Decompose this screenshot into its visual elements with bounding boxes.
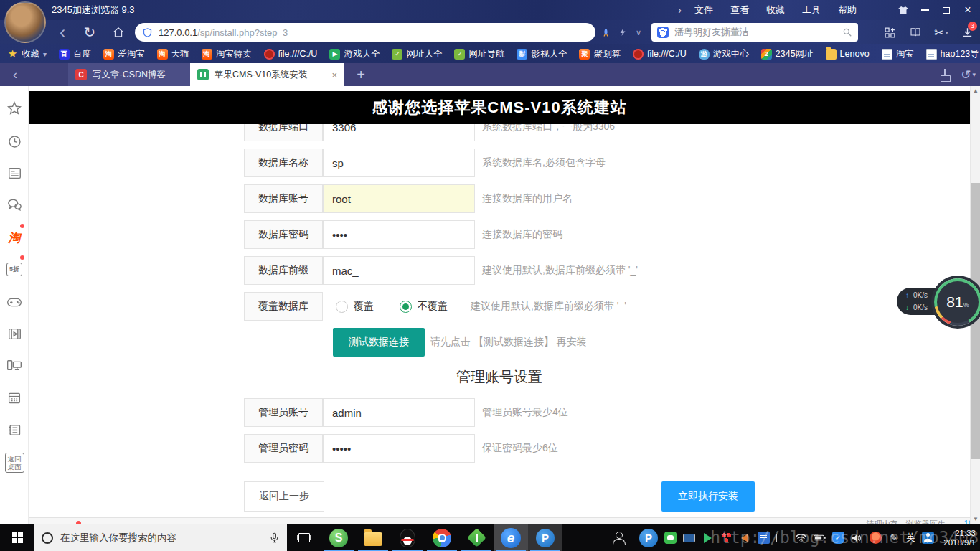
bookmark-item[interactable]: 百百度 bbox=[59, 48, 91, 60]
multi-window-button[interactable] bbox=[877, 20, 903, 44]
screenshot-dropdown-icon[interactable]: ▾ bbox=[946, 29, 948, 36]
search-box[interactable]: 潘粤明好友撕董洁 bbox=[651, 23, 858, 42]
menu-view[interactable]: 查看 bbox=[730, 4, 749, 17]
sidebar-wechat[interactable] bbox=[0, 192, 29, 217]
user-avatar[interactable] bbox=[4, 1, 46, 43]
app-green-tool[interactable] bbox=[459, 524, 494, 551]
menu-file[interactable]: 文件 bbox=[694, 4, 713, 17]
app-contact[interactable] bbox=[604, 524, 633, 551]
install-now-button[interactable]: 立即执行安装 bbox=[661, 481, 755, 512]
boost-dropdown[interactable]: ∨ bbox=[630, 20, 647, 44]
admin-password-input[interactable]: ••••• bbox=[323, 434, 475, 463]
back-step-button[interactable]: 返回上一步 bbox=[244, 481, 324, 512]
security-shield-tray-icon[interactable]: ✓ bbox=[832, 532, 844, 544]
taskbar-search[interactable]: 在这里输入你要搜索的内容 bbox=[34, 524, 287, 551]
memory-gauge[interactable]: 81 % bbox=[934, 278, 980, 326]
sidebar-games[interactable] bbox=[0, 290, 29, 314]
bookmark-item[interactable]: ✓网址大全 bbox=[392, 48, 442, 60]
address-bar[interactable]: 127.0.0.1/sp/install.php?step=3 bbox=[135, 23, 595, 42]
bookmark-item[interactable]: 淘宝 bbox=[882, 48, 914, 60]
radio-overwrite[interactable] bbox=[336, 301, 348, 313]
app-chrome[interactable] bbox=[425, 524, 459, 551]
sidebar-notes[interactable] bbox=[0, 418, 29, 442]
app-qq[interactable] bbox=[390, 524, 425, 551]
search-input[interactable]: 潘粤明好友撕董洁 bbox=[674, 26, 842, 39]
display-tray-icon[interactable] bbox=[776, 534, 788, 542]
volume-tray-icon[interactable] bbox=[851, 532, 863, 544]
cleaner-broom-icon[interactable] bbox=[939, 69, 951, 80]
screenshot-button[interactable]: ✂ ▾ bbox=[928, 20, 954, 44]
video-player-tray-icon[interactable] bbox=[702, 532, 714, 544]
minimize-button[interactable] bbox=[914, 0, 936, 20]
new-tab-button[interactable]: + bbox=[350, 63, 372, 86]
close-button[interactable]: × bbox=[957, 0, 979, 20]
db-prefix-input[interactable]: mac_ bbox=[323, 256, 475, 285]
reading-mode-button[interactable] bbox=[903, 20, 928, 44]
bookmark-item[interactable]: 淘爱淘宝 bbox=[103, 48, 145, 60]
start-button[interactable] bbox=[0, 524, 34, 551]
restore-tab-button[interactable]: ↺ ▾ bbox=[961, 67, 976, 83]
bookmark-item[interactable]: file:///C:/U bbox=[264, 49, 318, 60]
app-pp-popup[interactable]: P bbox=[633, 524, 664, 551]
radio-no-overwrite-selected[interactable] bbox=[400, 301, 412, 313]
bookmark-item[interactable]: ▶游戏大全 bbox=[329, 48, 380, 60]
radio-label[interactable]: 覆盖 bbox=[354, 300, 374, 313]
bookmarks-menu[interactable]: ★ 收藏 ▾ bbox=[7, 48, 47, 60]
zoom-level[interactable]: 100% bbox=[964, 519, 970, 524]
sidebar-news[interactable] bbox=[0, 161, 29, 185]
sidebar-calculator[interactable] bbox=[0, 386, 29, 410]
sidebar-favorites[interactable] bbox=[0, 96, 29, 121]
bookmark-item[interactable]: 淘天猫 bbox=[157, 48, 189, 60]
user-account-tray-icon[interactable] bbox=[922, 532, 934, 544]
db-name-input[interactable]: sp bbox=[323, 149, 475, 177]
flash-button[interactable] bbox=[614, 20, 631, 44]
maximize-button[interactable] bbox=[936, 0, 957, 20]
sidebar-computer[interactable] bbox=[0, 353, 29, 377]
sidebar-taobao[interactable]: 淘 bbox=[0, 225, 29, 250]
menu-favorites[interactable]: 收藏 bbox=[766, 4, 785, 17]
skin-button[interactable] bbox=[892, 0, 914, 20]
bookmark-item[interactable]: 22345网址 bbox=[761, 48, 814, 60]
sidebar-history[interactable] bbox=[0, 129, 29, 154]
wechat-tray-icon[interactable] bbox=[664, 532, 677, 544]
magnifier-icon[interactable] bbox=[842, 27, 852, 37]
scroll-up-arrow[interactable]: ▲ bbox=[971, 86, 980, 96]
menu-tools[interactable]: 工具 bbox=[802, 4, 821, 17]
refresh-button[interactable]: ↻ bbox=[79, 20, 100, 44]
sidebar-back-desktop[interactable]: 返回 桌面 bbox=[0, 451, 29, 475]
test-connection-button[interactable]: 测试数据连接 bbox=[333, 328, 425, 357]
back-button[interactable]: ‹ bbox=[52, 20, 73, 44]
scrollbar-thumb[interactable] bbox=[971, 183, 980, 459]
remote-pc-tray-icon[interactable] bbox=[683, 534, 695, 542]
sidebar-video[interactable] bbox=[0, 321, 29, 346]
dict-tray-icon[interactable] bbox=[758, 532, 770, 544]
media-tray-icon[interactable] bbox=[739, 532, 751, 544]
task-view-button[interactable] bbox=[287, 524, 321, 551]
tab-scroll-left-button[interactable]: ‹ bbox=[6, 63, 24, 86]
taskbar-search-input[interactable]: 在这里输入你要搜索的内容 bbox=[60, 532, 269, 545]
home-button[interactable] bbox=[108, 20, 129, 44]
download-button[interactable]: 3 bbox=[954, 20, 980, 44]
tab-csdn[interactable]: C 写文章-CSDN博客 bbox=[68, 63, 190, 86]
db-password-input[interactable]: •••• bbox=[323, 220, 475, 249]
qq-tray-icon[interactable] bbox=[870, 532, 882, 544]
status-icon[interactable] bbox=[62, 519, 70, 524]
menu-help[interactable]: 帮助 bbox=[838, 4, 857, 17]
radio-label[interactable]: 不覆盖 bbox=[418, 300, 448, 313]
wifi-tray-icon[interactable] bbox=[795, 532, 807, 544]
menu-expander-icon[interactable]: › bbox=[678, 4, 682, 16]
pen-tray-icon[interactable]: ✎ bbox=[888, 532, 900, 544]
admin-user-input[interactable]: admin bbox=[323, 398, 475, 427]
language-indicator[interactable]: 英 bbox=[907, 532, 916, 544]
bookmark-item[interactable]: file:///C:/U bbox=[633, 49, 687, 60]
bookmark-item[interactable]: 淘淘宝特卖 bbox=[202, 48, 252, 60]
flower-tray-icon[interactable] bbox=[720, 532, 732, 544]
db-user-input[interactable]: root bbox=[323, 184, 475, 213]
app-2345-browser-active[interactable]: e bbox=[494, 524, 528, 551]
tab-maccms-active[interactable]: 苹果CMS-V10系统安装 × bbox=[190, 63, 344, 86]
tab-close-icon[interactable]: × bbox=[331, 70, 337, 80]
battery-tray-icon[interactable] bbox=[814, 532, 826, 544]
bookmark-item[interactable]: 游游戏中心 bbox=[699, 48, 749, 60]
bookmark-item[interactable]: hao123导 bbox=[926, 48, 979, 60]
status-tools-label[interactable]: 清理内存 浏览器医生 bbox=[867, 519, 946, 524]
